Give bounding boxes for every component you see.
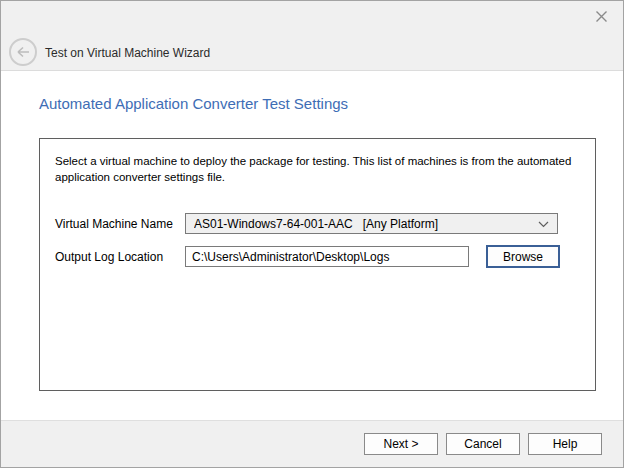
page-heading: Automated Application Converter Test Set… [39, 95, 348, 112]
log-location-input[interactable] [185, 246, 469, 267]
wizard-header: Test on Virtual Machine Wizard [1, 1, 623, 71]
wizard-content: Automated Application Converter Test Set… [1, 72, 623, 420]
back-arrow-icon [15, 46, 31, 58]
next-button[interactable]: Next > [364, 433, 438, 455]
vm-name-selected-value: AS01-Windows7-64-001-AAC [Any Platform] [194, 217, 438, 231]
close-button[interactable] [591, 6, 611, 26]
settings-groupbox: Select a virtual machine to deploy the p… [39, 138, 596, 391]
vm-name-dropdown[interactable]: AS01-Windows7-64-001-AAC [Any Platform] [185, 213, 558, 234]
log-location-label: Output Log Location [55, 250, 163, 264]
browse-button[interactable]: Browse [486, 245, 560, 268]
vm-name-label: Virtual Machine Name [55, 217, 173, 231]
wizard-footer: Next > Cancel Help [1, 420, 623, 467]
close-icon [595, 10, 608, 23]
wizard-window: Test on Virtual Machine Wizard Automated… [0, 0, 624, 468]
wizard-title: Test on Virtual Machine Wizard [45, 46, 210, 60]
help-button[interactable]: Help [528, 433, 602, 455]
cancel-button[interactable]: Cancel [446, 433, 520, 455]
back-button[interactable] [9, 38, 37, 66]
chevron-down-icon [538, 221, 549, 228]
description-text: Select a virtual machine to deploy the p… [55, 153, 575, 185]
